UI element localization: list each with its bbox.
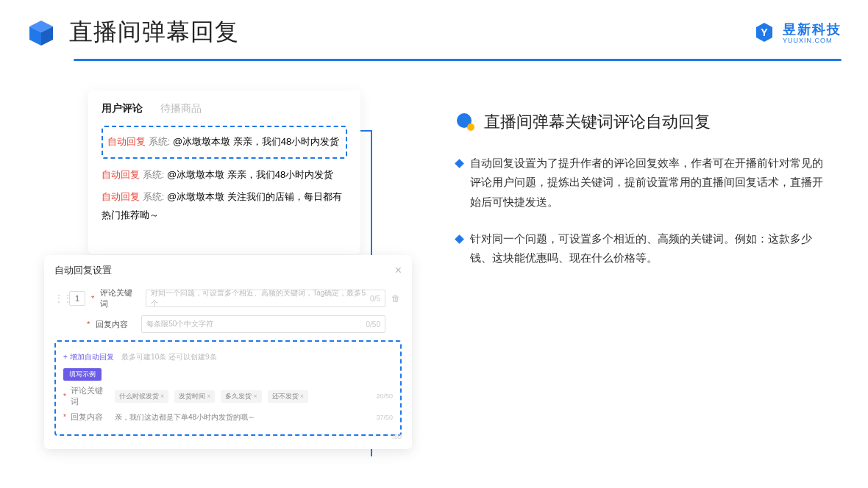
brand-text: 昱新科技 YUUXIN.COM xyxy=(783,21,842,44)
tab-user-comments[interactable]: 用户评论 xyxy=(102,102,143,115)
diamond-icon xyxy=(455,159,464,168)
required-dot: * xyxy=(63,392,66,401)
example-keyword-row: * 评论关键词 什么时候发货× 发货时间× 多久发货× 还不发货× 20/50 xyxy=(63,385,393,407)
index-badge: 1 xyxy=(69,291,85,306)
screenshot-illustration: 用户评论 待播商品 自动回复 系统: @冰墩墩本墩 亲亲，我们48小时内发货 自… xyxy=(44,90,419,285)
keyword-chip[interactable]: 多久发货× xyxy=(221,390,261,403)
comment-text: @冰墩墩本墩 亲亲，我们48小时内发货 xyxy=(173,136,339,147)
example-keyword-counter: 20/50 xyxy=(376,392,393,400)
description-column: 直播间弹幕关键词评论自动回复 自动回复设置为了提升作者的评论回复效率，作者可在开… xyxy=(456,90,842,285)
comment-line: 自动回复 系统: @冰墩墩本墩 亲亲，我们48小时内发货 xyxy=(102,166,347,184)
auto-reply-tag: 自动回复 xyxy=(102,191,140,202)
chat-bubble-icon xyxy=(456,112,475,132)
header-left: 直播间弹幕回复 xyxy=(26,16,239,49)
tab-pending-goods[interactable]: 待播商品 xyxy=(160,102,202,115)
example-content-counter: 37/50 xyxy=(376,414,393,421)
example-content-text: 亲，我们这边都是下单48小时内发货的哦～ xyxy=(115,412,255,423)
close-icon[interactable]: × xyxy=(395,264,402,277)
example-content-label: 回复内容 xyxy=(71,412,110,423)
bullet-text: 自动回复设置为了提升作者的评论回复效率，作者可在开播前针对常见的评论用户问题，提… xyxy=(470,154,827,212)
comment-tabs: 用户评论 待播商品 xyxy=(102,102,347,115)
comment-line: 自动回复 系统: @冰墩墩本墩 关注我们的店铺，每日都有热门推荐呦～ xyxy=(102,188,347,224)
svg-text:Y: Y xyxy=(761,26,768,38)
section-title-row: 直播间弹幕关键词评论自动回复 xyxy=(456,111,842,133)
brand-name: 昱新科技 xyxy=(783,21,842,38)
keyword-row: ⋮⋮ 1 * 评论关键词 对同一个问题，可设置多个相近、高频的关键词，Tag确定… xyxy=(54,287,402,309)
keyword-input[interactable]: 对同一个问题，可设置多个相近、高频的关键词，Tag确定，最多5个 0/5 xyxy=(146,290,385,307)
required-dot: * xyxy=(87,320,90,329)
settings-panel: 自动回复设置 × ⋮⋮ 1 * 评论关键词 对同一个问题，可设置多个相近、高频的… xyxy=(44,255,412,449)
drag-handle-icon[interactable]: ⋮⋮ xyxy=(54,293,63,304)
content-counter: 0/50 xyxy=(366,320,380,329)
brand-icon: Y xyxy=(753,21,775,43)
example-badge: 填写示例 xyxy=(63,368,102,381)
keyword-chip[interactable]: 什么时候发货× xyxy=(115,390,168,403)
keyword-placeholder: 对同一个问题，可设置多个相近、高频的关键词，Tag确定，最多5个 xyxy=(151,288,370,309)
content-label: 回复内容 xyxy=(96,319,135,330)
comments-panel: 用户评论 待播商品 自动回复 系统: @冰墩墩本墩 亲亲，我们48小时内发货 自… xyxy=(88,90,360,254)
page-title: 直播间弹幕回复 xyxy=(69,16,239,49)
system-label: 系统: xyxy=(143,191,165,202)
brand-logo: Y 昱新科技 YUUXIN.COM xyxy=(753,21,842,44)
bullet-item: 自动回复设置为了提升作者的评论回复效率，作者可在开播前针对常见的评论用户问题，提… xyxy=(456,154,842,212)
example-content-row: * 回复内容 亲，我们这边都是下单48小时内发货的哦～ 37/50 xyxy=(63,412,393,423)
highlighted-comment: 自动回复 系统: @冰墩墩本墩 亲亲，我们48小时内发货 xyxy=(102,126,347,159)
keyword-counter: 0/5 xyxy=(370,295,380,303)
settings-title: 自动回复设置 xyxy=(54,264,112,277)
main-content: 用户评论 待播商品 自动回复 系统: @冰墩墩本墩 亲亲，我们48小时内发货 自… xyxy=(0,61,868,285)
system-label: 系统: xyxy=(143,169,165,180)
overflow-counter: /50 xyxy=(392,433,402,440)
content-row: * 回复内容 每条限50个中文字符 0/50 xyxy=(54,315,402,333)
bullet-text: 针对同一个问题，可设置多个相近的、高频的关键词。例如：这款多少钱、这块能优惠吗、… xyxy=(470,229,827,268)
section-title: 直播间弹幕关键词评论自动回复 xyxy=(484,111,711,133)
keyword-chip[interactable]: 发货时间× xyxy=(174,390,215,403)
content-input[interactable]: 每条限50个中文字符 0/50 xyxy=(141,315,385,333)
add-row: + 增加自动回复 最多可建10条 还可以创建9条 xyxy=(63,349,393,362)
svg-point-5 xyxy=(467,123,474,131)
example-panel: + 增加自动回复 最多可建10条 还可以创建9条 填写示例 * 评论关键词 什么… xyxy=(54,340,402,436)
required-dot: * xyxy=(63,413,66,421)
slide-header: 直播间弹幕回复 Y 昱新科技 YUUXIN.COM xyxy=(0,0,868,49)
system-label: 系统: xyxy=(149,136,171,147)
auto-reply-tag: 自动回复 xyxy=(102,169,140,180)
settings-title-row: 自动回复设置 × xyxy=(54,264,402,277)
comment-text: @冰墩墩本墩 亲亲，我们48小时内发货 xyxy=(167,169,333,180)
keyword-label: 评论关键词 xyxy=(100,287,140,309)
trash-icon[interactable]: 🗑 xyxy=(391,293,402,304)
diamond-icon xyxy=(455,234,464,244)
add-hint: 最多可建10条 还可以创建9条 xyxy=(121,353,216,361)
keyword-chip[interactable]: 还不发货× xyxy=(268,390,308,403)
comment-line: 自动回复 系统: @冰墩墩本墩 亲亲，我们48小时内发货 xyxy=(107,133,341,151)
bullet-item: 针对同一个问题，可设置多个相近的、高频的关键词。例如：这款多少钱、这块能优惠吗、… xyxy=(456,229,842,268)
example-keyword-label: 评论关键词 xyxy=(71,385,110,407)
content-placeholder: 每条限50个中文字符 xyxy=(146,319,213,329)
add-auto-reply-link[interactable]: + 增加自动回复 xyxy=(63,353,114,361)
auto-reply-tag: 自动回复 xyxy=(107,136,146,147)
required-dot: * xyxy=(91,294,94,303)
cube-icon xyxy=(26,18,56,47)
